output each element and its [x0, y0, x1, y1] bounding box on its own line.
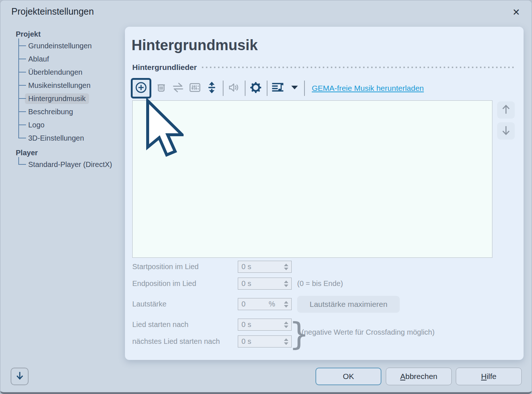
startposition-label: Startposition im Lied: [132, 263, 199, 271]
delete-song-button[interactable]: [154, 81, 168, 95]
speaker-icon: [228, 82, 240, 94]
add-song-button[interactable]: [131, 78, 151, 98]
move-song-up-button[interactable]: [497, 101, 515, 119]
gear-icon: [250, 81, 262, 95]
mixer-button[interactable]: [188, 81, 202, 95]
delete-icon: [156, 82, 167, 94]
swap-songs-button[interactable]: [171, 81, 185, 95]
music-list-icon: [271, 82, 284, 95]
sidebar-item-musikeinstellungen[interactable]: Musikeinstellungen: [28, 79, 122, 92]
page-title: Hintergrundmusik: [132, 37, 258, 53]
reorder-vertical-icon: [206, 81, 217, 95]
tree-group-projekt: Projekt: [16, 29, 122, 39]
dropdown-caret-icon: [290, 85, 299, 92]
percent-unit: %: [269, 300, 275, 308]
lautstaerke-label: Lautstärke: [132, 300, 166, 308]
tree-group-player: Player: [16, 148, 122, 158]
spinner-arrows[interactable]: [284, 319, 288, 330]
lied-starten-input[interactable]: 0 s: [238, 319, 292, 331]
songs-toolbar: GEMA-freie Musik herunterladen: [131, 78, 424, 98]
reorder-songs-button[interactable]: [205, 81, 219, 95]
field-row-startposition: Startposition im Lied 0 s: [132, 261, 513, 273]
sidebar-item-hintergrundmusik[interactable]: Hintergrundmusik: [28, 92, 122, 105]
field-row-naechstes-lied: nächstes Lied starten nach 0 s: [132, 335, 513, 347]
cancel-button[interactable]: Abbrechen: [386, 368, 452, 385]
spinner-arrows[interactable]: [284, 261, 288, 272]
startposition-input[interactable]: 0 s: [238, 261, 292, 273]
volume-button[interactable]: [227, 81, 241, 95]
toolbar-separator: [223, 81, 223, 96]
endposition-note: (0 = bis Ende): [297, 279, 343, 288]
naechstes-lied-label: nächstes Lied starten nach: [132, 337, 220, 346]
naechstes-lied-input[interactable]: 0 s: [238, 335, 292, 347]
toolbar-separator: [267, 81, 267, 96]
background-music-panel: Hintergrundmusik Hintergrundlieder: [125, 27, 524, 360]
collapse-dialog-button[interactable]: [11, 368, 29, 385]
close-icon[interactable]: ✕: [509, 5, 524, 19]
sidebar-item-logo[interactable]: Logo: [28, 118, 122, 131]
sidebar-item-ablauf[interactable]: Ablauf: [28, 52, 122, 66]
field-row-endposition: Endposition im Lied 0 s (0 = bis Ende): [132, 278, 513, 290]
music-options-dropdown[interactable]: [288, 81, 302, 95]
crossfade-note: (negative Werte für Crossfading möglich): [302, 328, 435, 337]
ok-button[interactable]: OK: [315, 368, 381, 385]
toolbar-separator: [245, 81, 245, 96]
spinner-arrows[interactable]: [284, 298, 288, 310]
sidebar-item-ueberblendungen[interactable]: Überblendungen: [28, 66, 122, 79]
maximize-volume-button[interactable]: Lautstärke maximieren: [297, 296, 400, 313]
swap-icon: [172, 82, 184, 94]
spinner-arrows[interactable]: [284, 278, 288, 289]
lautstaerke-input[interactable]: 0 %: [238, 298, 292, 310]
move-song-down-button[interactable]: [497, 122, 515, 140]
arrow-up-icon: [501, 104, 511, 116]
sidebar-item-beschreibung[interactable]: Beschreibung: [28, 105, 122, 118]
section-divider-dots: [202, 67, 514, 68]
music-options-button[interactable]: [271, 81, 285, 95]
settings-button[interactable]: [249, 81, 263, 95]
toolbar-separator: [304, 81, 305, 96]
endposition-input[interactable]: 0 s: [238, 278, 292, 290]
lied-starten-label: Lied starten nach: [132, 320, 188, 329]
add-song-icon: [135, 82, 147, 95]
field-row-lautstaerke: Lautstärke 0 % Lautstärke maximieren: [132, 298, 513, 310]
dialog-title: Projekteinstellungen: [11, 6, 94, 17]
sidebar-item-standard-player[interactable]: Standard-Player (DirectX): [28, 158, 122, 171]
spinner-arrows[interactable]: [284, 336, 288, 347]
songs-section-header: Hintergrundlieder: [132, 62, 514, 73]
gema-music-link[interactable]: GEMA-freie Musik herunterladen: [312, 84, 424, 93]
sidebar-item-grundeinstellungen[interactable]: Grundeinstellungen: [28, 39, 122, 52]
help-button[interactable]: Hilfe: [456, 368, 522, 385]
mixer-icon: [189, 82, 201, 94]
settings-tree: Projekt Grundeinstellungen Ablauf Überbl…: [16, 29, 122, 171]
song-list[interactable]: [132, 100, 492, 258]
sidebar-item-3d-einstellungen[interactable]: 3D-Einstellungen: [28, 131, 122, 145]
endposition-label: Endposition im Lied: [132, 279, 196, 288]
project-settings-dialog: Projekteinstellungen ✕ Projekt Grundeins…: [0, 0, 532, 394]
arrow-down-icon: [501, 125, 511, 137]
songs-section-label: Hintergrundlieder: [132, 63, 197, 72]
arrow-down-icon: [15, 371, 25, 382]
